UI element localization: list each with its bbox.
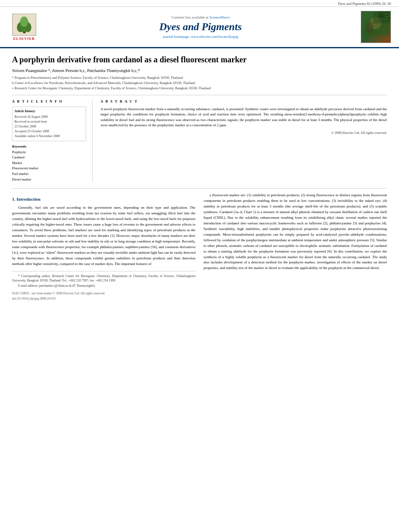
copyright-line: © 2008 Elsevier Ltd. All rights reserved… bbox=[101, 131, 387, 135]
keyword-3: Marker bbox=[12, 160, 86, 166]
sciencedirect-link: Contents lists available at ScienceDirec… bbox=[48, 15, 353, 19]
journal-homepage: journal homepage: www.elsevier.com/locat… bbox=[48, 35, 353, 39]
divider-1 bbox=[12, 95, 387, 95]
article-content: A porphyrin derivative from cardanol as … bbox=[0, 48, 399, 307]
journal-cover-image: DyesandPigments bbox=[361, 11, 391, 43]
affiliations: ᵃ Program in Petrochemistry and Polymer … bbox=[12, 76, 387, 91]
keyword-5: Fuel marker bbox=[12, 171, 86, 177]
journal-title-block: Contents lists available at ScienceDirec… bbox=[40, 15, 361, 39]
keywords-heading: Keywords: bbox=[12, 144, 86, 148]
footnote-email: E-mail address: patchanita.v@chula.ac.th… bbox=[12, 283, 195, 288]
history-section: Article history: Received 24 August 2008… bbox=[12, 107, 86, 141]
affiliation-a: ᵃ Program in Petrochemistry and Polymer … bbox=[12, 76, 387, 80]
divider-2 bbox=[12, 188, 387, 189]
body-left-column: 1. Introduction Generally, fuel oils are… bbox=[12, 193, 195, 301]
affiliation-b: b Center of Excellence for Petroleum, Pe… bbox=[12, 81, 387, 86]
intro-paragraph-left: Generally, fuel oils are taxed according… bbox=[12, 205, 195, 267]
history-received: Received 24 August 2008 bbox=[14, 115, 84, 119]
affiliation-c: c Research Center for Bioorganic Chemist… bbox=[12, 86, 387, 91]
issn-section: 0143-7208/$ – see front matter © 2008 El… bbox=[12, 291, 195, 301]
article-info-panel: A R T I C L E I N F O Article history: R… bbox=[12, 99, 93, 183]
svg-point-4 bbox=[20, 16, 28, 27]
body-right-column: a fluorescent marker are: (1) solubility… bbox=[204, 193, 387, 301]
abstract-section: A B S T R A C T A novel porphyrin fluore… bbox=[101, 99, 387, 183]
authors-text: Siriorn Puangmalee ᵃ, Amorn Petsom b,c, … bbox=[12, 68, 140, 73]
abstract-heading: A B S T R A C T bbox=[101, 99, 387, 103]
journal-citation: Dyes and Pigments 82 (2009) 26–30 bbox=[338, 2, 391, 6]
history-heading: Article history: bbox=[14, 109, 84, 113]
sciencedirect-anchor[interactable]: ScienceDirect bbox=[210, 15, 230, 19]
keywords-section: Keywords: Porphyrin Cardanol Marker Fluo… bbox=[12, 144, 86, 183]
elsevier-logo: ELSEVIER bbox=[8, 14, 40, 41]
journal-name: Dyes and Pigments bbox=[48, 21, 353, 33]
footnote-star: * Corresponding author. Research Center … bbox=[12, 274, 195, 283]
history-online: Available online 6 November 2008 bbox=[14, 134, 84, 139]
history-accepted: Accepted 25 October 2008 bbox=[14, 129, 84, 134]
svg-rect-9 bbox=[373, 11, 389, 23]
footnote-section: * Corresponding author. Research Center … bbox=[12, 271, 195, 288]
body-columns: 1. Introduction Generally, fuel oils are… bbox=[12, 193, 387, 301]
issn-line1: 0143-7208/$ – see front matter © 2008 El… bbox=[12, 291, 195, 296]
section-1-heading: 1. Introduction bbox=[12, 196, 195, 203]
keyword-4: Fluorescent marker bbox=[12, 166, 86, 171]
intro-paragraph-right: a fluorescent marker are: (1) solubility… bbox=[204, 193, 387, 271]
history-revised-date: 23 October 2008 bbox=[14, 124, 84, 129]
keyword-1: Porphyrin bbox=[12, 150, 86, 155]
article-info-heading: A R T I C L E I N F O bbox=[12, 99, 86, 103]
keyword-2: Cardanol bbox=[12, 155, 86, 160]
journal-header: ELSEVIER Contents lists available at Sci… bbox=[0, 7, 399, 48]
svg-point-5 bbox=[23, 31, 25, 33]
svg-point-8 bbox=[365, 21, 373, 33]
abstract-text: A novel porphyrin fluorescent marker fro… bbox=[101, 107, 387, 128]
keyword-6: Diesel marker bbox=[12, 177, 86, 183]
homepage-link[interactable]: journal homepage: www.elsevier.com/locat… bbox=[163, 35, 238, 39]
article-info-abstract-section: A R T I C L E I N F O Article history: R… bbox=[12, 99, 387, 183]
elsevier-tree-image bbox=[12, 14, 36, 36]
article-authors: Siriorn Puangmalee ᵃ, Amorn Petsom b,c, … bbox=[12, 68, 387, 73]
top-bar: Dyes and Pigments 82 (2009) 26–30 bbox=[0, 0, 399, 7]
issn-line2: doi:10.1016/j.dyepig.2008.10.015 bbox=[12, 296, 195, 301]
history-revised-label: Received in revised form bbox=[14, 119, 84, 124]
elsevier-label: ELSEVIER bbox=[13, 37, 35, 41]
article-title: A porphyrin derivative from cardanol as … bbox=[12, 54, 387, 65]
